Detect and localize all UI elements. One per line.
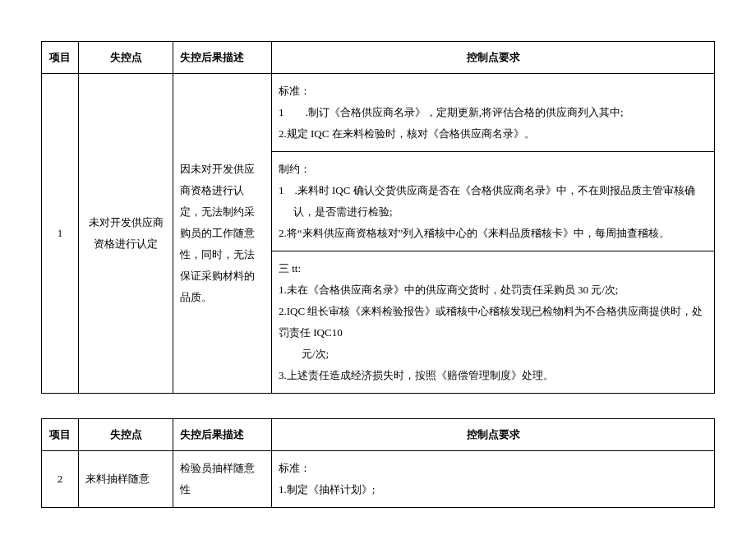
item-number: 2 bbox=[42, 451, 79, 508]
table-row: 2 来料抽样随意 检验员抽样随意性 标准： 1.制定《抽样计划》; bbox=[42, 451, 715, 508]
requirement-section-constraint: 制约： 1 .来料时 IQC 确认交货供应商是否在《合格供应商名录》中，不在则报… bbox=[272, 152, 715, 251]
loss-control-desc: 因未对开发供应商资格进行认定，无法制约采购员的工作随意性，同时，无法保证采购材料… bbox=[173, 74, 272, 394]
requirement-section-standard: 标准： 1.制定《抽样计划》; bbox=[272, 451, 715, 508]
requirement-section-standard: 标准： 1 .制订《合格供应商名录》，定期更新,将评估合格的供应商列入其中; 2… bbox=[272, 74, 715, 152]
section-line-continuation: 元/次; bbox=[279, 344, 708, 365]
section-line: 1 .来料时 IQC 确认交货供应商是否在《合格供应商名录》中，不在则报品质主管… bbox=[279, 180, 708, 223]
section-line: 1.制定《抽样计划》; bbox=[279, 483, 375, 496]
control-table-1: 项目 失控点 失控后果描述 控制点要求 1 未对开发供应商资格进行认定 因未对开… bbox=[41, 41, 715, 394]
header-desc: 失控后果描述 bbox=[173, 419, 272, 451]
header-item: 项目 bbox=[42, 42, 79, 74]
header-item: 项目 bbox=[42, 419, 79, 451]
section-line: 1 .制订《合格供应商名录》，定期更新,将评估合格的供应商列入其中; bbox=[279, 106, 624, 118]
table-header-row: 项目 失控点 失控后果描述 控制点要求 bbox=[42, 419, 715, 451]
loss-control-point: 来料抽样随意 bbox=[79, 451, 173, 508]
loss-control-point: 未对开发供应商资格进行认定 bbox=[79, 74, 173, 394]
loss-control-desc: 检验员抽样随意性 bbox=[173, 451, 272, 508]
section-line: 2.规定 IQC 在来料检验时，核对《合格供应商名录》。 bbox=[279, 127, 535, 140]
section-title: 标准： bbox=[279, 462, 311, 474]
header-point: 失控点 bbox=[79, 419, 173, 451]
section-line: 2.IQC 组长审核《来料检验报告》或稽核中心稽核发现已检物料为不合格供应商提供… bbox=[279, 305, 703, 339]
section-title: 制约： bbox=[279, 163, 311, 175]
section-line: 1.未在《合格供应商名录》中的供应商交货时，处罚责任采购员 30 元/次; bbox=[279, 284, 618, 296]
item-number: 1 bbox=[42, 74, 79, 394]
requirement-section-penalty: 三 tt: 1.未在《合格供应商名录》中的供应商交货时，处罚责任采购员 30 元… bbox=[272, 251, 715, 394]
table-header-row: 项目 失控点 失控后果描述 控制点要求 bbox=[42, 42, 715, 74]
section-line: 2.将“来料供应商资格核对”列入稽核中心的《来料品质稽核卡》中，每周抽查稽核。 bbox=[279, 227, 670, 239]
section-title: 三 tt: bbox=[279, 262, 301, 274]
header-req: 控制点要求 bbox=[272, 419, 715, 451]
header-desc: 失控后果描述 bbox=[173, 42, 272, 74]
header-req: 控制点要求 bbox=[272, 42, 715, 74]
section-title: 标准： bbox=[279, 85, 311, 97]
header-point: 失控点 bbox=[79, 42, 173, 74]
section-line: 3.上述责任造成经济损失时，按照《赔偿管理制度》处理。 bbox=[279, 369, 554, 381]
control-table-2: 项目 失控点 失控后果描述 控制点要求 2 来料抽样随意 检验员抽样随意性 标准… bbox=[41, 418, 715, 508]
table-row: 1 未对开发供应商资格进行认定 因未对开发供应商资格进行认定，无法制约采购员的工… bbox=[42, 74, 715, 152]
